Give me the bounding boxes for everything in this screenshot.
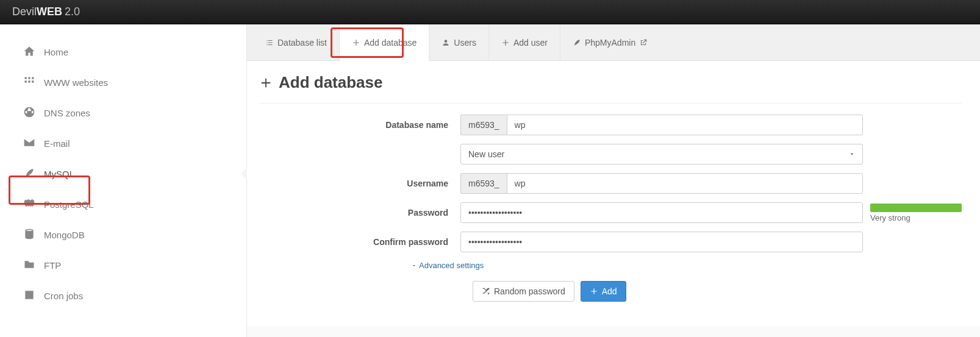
advanced-settings-text: Advanced settings bbox=[419, 261, 484, 270]
shuffle-icon bbox=[482, 287, 490, 296]
feather-icon bbox=[573, 38, 581, 47]
main-content: Database list Add database Users Add use… bbox=[247, 24, 980, 337]
list-icon bbox=[265, 38, 274, 47]
top-bar: DevilWEB2.0 bbox=[0, 0, 980, 24]
caret-down-icon bbox=[849, 151, 855, 157]
sidebar-item-label: Home bbox=[44, 47, 68, 57]
tab-label: Add user bbox=[513, 38, 548, 48]
random-password-label: Random password bbox=[494, 286, 565, 296]
calendar-icon bbox=[21, 289, 38, 303]
plus-icon bbox=[501, 38, 510, 47]
home-icon bbox=[21, 45, 38, 59]
sidebar-item-dns[interactable]: DNS zones bbox=[0, 98, 246, 128]
sidebar-item-email[interactable]: E-mail bbox=[0, 128, 246, 158]
user-select-value: New user bbox=[468, 149, 504, 159]
sidebar-item-label: PostgreSQL bbox=[44, 199, 94, 210]
database-name-input[interactable] bbox=[507, 115, 863, 135]
sidebar-item-mysql[interactable]: MySQL bbox=[0, 158, 246, 189]
feather-icon bbox=[21, 167, 38, 181]
grid-icon bbox=[21, 76, 38, 90]
user-select[interactable]: New user bbox=[460, 144, 863, 165]
sidebar-item-label: Cron jobs bbox=[44, 291, 83, 301]
plus-icon bbox=[259, 76, 273, 90]
sidebar-item-home[interactable]: Home bbox=[0, 37, 246, 67]
strength-bar bbox=[870, 204, 962, 212]
sidebar-item-label: FTP bbox=[44, 260, 61, 271]
sidebar-item-label: MongoDB bbox=[44, 230, 85, 240]
random-password-button[interactable]: Random password bbox=[473, 281, 574, 302]
sidebar-item-label: WWW websites bbox=[44, 77, 108, 88]
tab-label: Add database bbox=[364, 38, 417, 48]
prefix-user: m6593_ bbox=[460, 173, 507, 194]
database-icon bbox=[21, 228, 38, 242]
plus-icon bbox=[352, 38, 360, 47]
elephant-icon bbox=[21, 197, 38, 211]
sidebar-item-cron[interactable]: Cron jobs bbox=[0, 280, 246, 311]
password-input[interactable] bbox=[460, 202, 863, 223]
tab-label: Users bbox=[454, 38, 476, 48]
tab-bar: Database list Add database Users Add use… bbox=[247, 24, 980, 61]
tab-add-database[interactable]: Add database bbox=[340, 24, 429, 61]
tab-label: Database list bbox=[277, 38, 327, 48]
brand-bold: WEB bbox=[37, 5, 62, 18]
label-confirm-password: Confirm password bbox=[259, 237, 460, 247]
tab-users[interactable]: Users bbox=[429, 24, 489, 60]
sidebar-item-postgresql[interactable]: PostgreSQL bbox=[0, 189, 246, 219]
prefix-db: m6593_ bbox=[460, 115, 507, 135]
add-button-label: Add bbox=[602, 286, 617, 296]
brand-light: Devil bbox=[12, 5, 37, 18]
globe-icon bbox=[21, 106, 38, 120]
plus-icon bbox=[590, 287, 598, 296]
sidebar-item-label: E-mail bbox=[44, 138, 70, 149]
sidebar-item-mongodb[interactable]: MongoDB bbox=[0, 219, 246, 250]
sidebar-item-www[interactable]: WWW websites bbox=[0, 67, 246, 98]
active-indicator bbox=[241, 168, 247, 180]
confirm-password-input[interactable] bbox=[460, 232, 863, 252]
label-database-name: Database name bbox=[259, 120, 460, 130]
username-input[interactable] bbox=[507, 173, 863, 194]
tab-label: PhpMyAdmin bbox=[585, 38, 635, 48]
external-link-icon bbox=[639, 38, 648, 47]
caret-down-icon bbox=[412, 263, 417, 268]
sidebar-item-label: MySQL bbox=[44, 169, 74, 179]
envelope-icon bbox=[21, 137, 38, 151]
user-icon bbox=[442, 38, 450, 47]
tab-phpmyadmin[interactable]: PhpMyAdmin bbox=[560, 24, 660, 60]
tab-add-user[interactable]: Add user bbox=[489, 24, 560, 60]
brand-version: 2.0 bbox=[65, 5, 80, 18]
label-username: Username bbox=[259, 179, 460, 188]
page-title-text: Add database bbox=[279, 73, 383, 92]
label-password: Password bbox=[259, 208, 460, 218]
add-button[interactable]: Add bbox=[581, 281, 626, 302]
sidebar-item-ftp[interactable]: FTP bbox=[0, 250, 246, 280]
sidebar: Home WWW websites DNS zones E-mail MySQL… bbox=[0, 24, 247, 337]
advanced-settings-toggle[interactable]: Advanced settings bbox=[412, 261, 962, 270]
folder-icon bbox=[21, 258, 38, 272]
page-title: Add database bbox=[259, 73, 962, 104]
sidebar-item-label: DNS zones bbox=[44, 108, 90, 118]
tab-database-list[interactable]: Database list bbox=[253, 24, 340, 60]
page-body: Add database Database name m6593_ New us… bbox=[247, 61, 980, 326]
strength-text: Very strong bbox=[870, 213, 962, 222]
